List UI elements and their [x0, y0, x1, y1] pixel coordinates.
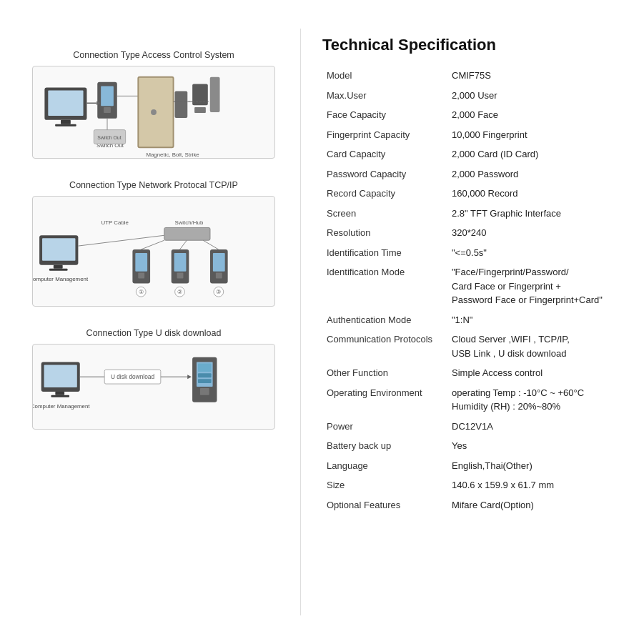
svg-text:Computer Management: Computer Management: [33, 403, 90, 410]
svg-rect-63: [198, 364, 212, 372]
svg-rect-1: [48, 90, 83, 115]
spec-label: Identification Time: [322, 243, 447, 263]
table-row: PowerDC12V1A: [322, 417, 630, 437]
svg-text:②: ②: [177, 289, 182, 295]
table-row: Identification Time"<=0.5s": [322, 243, 630, 263]
spec-value: 160,000 Record: [447, 184, 630, 204]
table-row: Optional FeaturesMifare Card(Option): [322, 495, 630, 515]
spec-label: Screen: [322, 204, 447, 224]
diagram3-title: Connection Type U disk download: [86, 328, 222, 338]
spec-value: operating Temp : -10°C ~ +60°C Humidity …: [447, 383, 630, 417]
svg-rect-38: [177, 273, 184, 279]
svg-rect-5: [101, 86, 114, 106]
table-row: Communication ProtocolsCloud Server ,WIF…: [322, 330, 630, 363]
diagram3-box: Computer Management U disk download: [32, 344, 275, 430]
svg-text:Computer Management: Computer Management: [33, 276, 89, 282]
svg-line-39: [180, 240, 187, 249]
diagram2-section: Connection Type Network Protocal TCP/IP …: [14, 180, 293, 307]
spec-value: 2,000 Password: [447, 164, 630, 184]
svg-rect-51: [44, 365, 77, 387]
svg-rect-33: [135, 253, 147, 272]
spec-label: Communication Protocols: [322, 330, 447, 363]
table-row: Battery back upYes: [322, 436, 630, 456]
spec-value: Cloud Server ,WIFI , TCP/IP, USB Link , …: [447, 330, 630, 363]
svg-rect-34: [138, 273, 144, 279]
diagram2-title: Connection Type Network Protocal TCP/IP: [69, 180, 238, 190]
spec-value: 2.8" TFT Graphic Interface: [447, 204, 630, 224]
spec-value: "Face/Fingerprint/Password/ Card Face or…: [447, 262, 630, 310]
svg-rect-3: [55, 124, 76, 127]
table-row: Size140.6 x 159.9 x 61.7 mm: [322, 475, 630, 495]
svg-line-43: [203, 240, 219, 249]
svg-rect-14: [194, 107, 206, 113]
table-row: Other FunctionSimple Access control: [322, 363, 630, 383]
svg-text:Magnetic, Bolt, Strike: Magnetic, Bolt, Strike: [146, 152, 199, 158]
diagram3-section: Connection Type U disk download Computer…: [14, 328, 293, 430]
spec-label: Identification Mode: [322, 262, 447, 310]
svg-rect-52: [55, 392, 64, 395]
svg-text:③: ③: [216, 289, 221, 295]
diagram2-box: Computer Management UTP Cable Switch/Hub: [32, 196, 275, 307]
table-row: Max.User2,000 User: [322, 86, 630, 106]
spec-label: Face Capacity: [322, 105, 447, 125]
svg-rect-30: [164, 227, 210, 240]
spec-label: Fingerprint Capacity: [322, 125, 447, 145]
spec-label: Card Capacity: [322, 144, 447, 164]
spec-label: Authentication Mode: [322, 310, 447, 330]
spec-table: ModelCMIF75SMax.User2,000 UserFace Capac…: [322, 66, 630, 515]
spec-value: 10,000 Fingerprint: [447, 125, 630, 145]
spec-label: Operating Environment: [322, 383, 447, 417]
spec-value: CMIF75S: [447, 66, 630, 86]
svg-rect-62: [200, 388, 209, 395]
spec-value: 2,000 Card (ID Card): [447, 144, 630, 164]
spec-label: Size: [322, 475, 447, 495]
svg-line-35: [141, 240, 164, 249]
svg-text:Switch/Hub: Switch/Hub: [174, 219, 203, 226]
table-row: Password Capacity2,000 Password: [322, 164, 630, 184]
left-panel: Connection Type Access Control System: [14, 29, 293, 615]
diagram1-box: Magnetic, Bolt, Strike Switch Out Switch…: [32, 66, 275, 159]
svg-rect-42: [216, 273, 222, 279]
svg-rect-2: [61, 120, 71, 124]
svg-point-11: [151, 109, 157, 115]
svg-marker-59: [187, 375, 192, 379]
spec-value: 320*240: [447, 223, 630, 243]
spec-value: DC12V1A: [447, 417, 630, 437]
svg-rect-37: [174, 253, 187, 272]
svg-rect-65: [198, 379, 212, 383]
table-row: Face Capacity2,000 Face: [322, 105, 630, 125]
svg-rect-6: [104, 107, 111, 113]
table-row: Resolution320*240: [322, 223, 630, 243]
spec-value: Yes: [447, 436, 630, 456]
svg-rect-15: [210, 77, 220, 112]
spec-value: "<=0.5s": [447, 243, 630, 263]
svg-text:Switch Out: Switch Out: [97, 135, 121, 140]
table-row: Fingerprint Capacity10,000 Fingerprint: [322, 125, 630, 145]
spec-label: Max.User: [322, 86, 447, 106]
right-panel: Technical Specification ModelCMIF75SMax.…: [308, 29, 630, 615]
svg-text:U disk download: U disk download: [111, 373, 155, 380]
spec-label: Optional Features: [322, 495, 447, 515]
svg-rect-26: [49, 269, 68, 271]
svg-rect-41: [213, 253, 225, 272]
spec-value: 140.6 x 159.9 x 61.7 mm: [447, 475, 630, 495]
table-row: Record Capacity160,000 Record: [322, 184, 630, 204]
spec-value: 2,000 Face: [447, 105, 630, 125]
spec-label: Model: [322, 66, 447, 86]
table-row: Operating Environmentoperating Temp : -1…: [322, 383, 630, 417]
table-row: Identification Mode"Face/Fingerprint/Pas…: [322, 262, 630, 310]
spec-value: English,Thai(Other): [447, 456, 630, 476]
svg-rect-12: [175, 91, 188, 117]
spec-value: Simple Access control: [447, 363, 630, 383]
svg-text:UTP Cable: UTP Cable: [101, 219, 129, 226]
svg-rect-25: [54, 265, 63, 269]
svg-line-31: [78, 235, 164, 246]
spec-value: 2,000 User: [447, 86, 630, 106]
diagram1-title: Connection Type Access Control System: [73, 50, 234, 60]
table-row: Screen2.8" TFT Graphic Interface: [322, 204, 630, 224]
spec-label: Language: [322, 456, 447, 476]
spec-value: Mifare Card(Option): [447, 495, 630, 515]
svg-rect-64: [198, 373, 212, 377]
table-row: LanguageEnglish,Thai(Other): [322, 456, 630, 476]
diagram1-section: Connection Type Access Control System: [14, 50, 293, 159]
